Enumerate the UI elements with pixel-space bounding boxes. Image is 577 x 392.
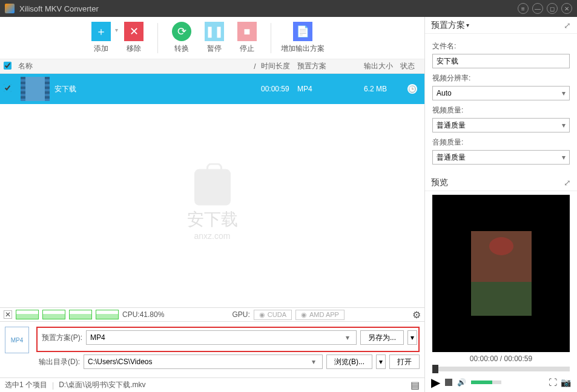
preview-panel-header: 预览 ⤢ bbox=[425, 174, 577, 191]
cuda-button[interactable]: ◉CUDA bbox=[254, 310, 292, 320]
file-list: 安下载 00:00:59 MP4 6.2 MB 🕒 安下载 anxz.com bbox=[0, 74, 424, 307]
video-thumbnail-icon bbox=[21, 77, 50, 101]
expand-preview-icon[interactable]: ⤢ bbox=[564, 178, 571, 188]
preset-panel-header: 预置方案▾ ⤢ bbox=[425, 17, 577, 34]
refresh-icon: ⟳ bbox=[172, 22, 191, 41]
preset-panel: 文件名: 安下载 视频分辨率: Auto▾ 视频质量: 普通质量▾ 音频质量: … bbox=[425, 34, 577, 174]
pause-button[interactable]: ❚❚ 暂停 bbox=[198, 22, 231, 54]
seek-slider[interactable] bbox=[432, 367, 570, 371]
aquality-label: 音频质量: bbox=[432, 137, 570, 148]
add-profile-button[interactable]: 📄 增加输出方案 bbox=[279, 22, 327, 54]
row-name: 安下载 bbox=[54, 84, 261, 94]
col-name[interactable]: 名称 bbox=[16, 61, 249, 71]
document-icon: 📄 bbox=[293, 22, 312, 41]
window-title: Xilisoft MKV Converter bbox=[19, 4, 514, 13]
filename-label: 文件名: bbox=[432, 41, 570, 51]
list-view-icon[interactable]: ▤ bbox=[410, 379, 420, 391]
snapshot-icon[interactable]: 📷 bbox=[561, 377, 571, 387]
plus-icon: ＋ bbox=[91, 22, 111, 41]
menu-button[interactable]: ≡ bbox=[518, 3, 529, 14]
x-icon: ✕ bbox=[124, 22, 143, 41]
preview-frame bbox=[471, 231, 532, 316]
remove-button[interactable]: ✕ 移除 bbox=[117, 22, 150, 54]
gpu-label: GPU: bbox=[232, 310, 249, 319]
col-duration[interactable]: 时间长度 bbox=[261, 61, 297, 71]
row-preset: MP4 bbox=[297, 85, 364, 93]
resolution-label: 视频分辨率: bbox=[432, 73, 570, 83]
cpu-bar: ✕ CPU:41.80% GPU: ◉CUDA ◉AMD APP ⚙ bbox=[0, 307, 424, 322]
preview-controls: ▶ 🔊 ⛶ 📷 bbox=[425, 373, 577, 392]
highlighted-row: 预置方案(P): MP4▾ 另存为... ▾ bbox=[36, 327, 420, 352]
filename-input[interactable]: 安下载 bbox=[432, 54, 570, 68]
save-as-button[interactable]: 另存为... bbox=[360, 330, 404, 345]
col-status[interactable]: 状态 bbox=[400, 61, 424, 71]
resolution-dropdown[interactable]: Auto▾ bbox=[432, 86, 570, 100]
main-toolbar: ＋ 添加 ✕ 移除 ⟳ 转换 ❚❚ 暂停 ■ bbox=[0, 17, 424, 59]
watermark: 安下载 anxz.com bbox=[187, 169, 238, 241]
stop-preview-button[interactable] bbox=[445, 379, 452, 386]
volume-slider[interactable] bbox=[471, 381, 501, 384]
select-all-checkbox[interactable] bbox=[4, 62, 12, 70]
browse-button[interactable]: 浏览(B)... bbox=[326, 354, 372, 369]
row-status: 🕒 bbox=[400, 84, 424, 94]
row-duration: 00:00:59 bbox=[261, 85, 297, 93]
gear-icon[interactable]: ⚙ bbox=[412, 309, 421, 321]
col-preset[interactable]: 预置方案 bbox=[297, 61, 364, 71]
close-cpu-icon[interactable]: ✕ bbox=[4, 310, 12, 319]
preset-dropdown[interactable]: MP4▾ bbox=[86, 330, 357, 345]
fullscreen-icon[interactable]: ⛶ bbox=[549, 377, 557, 387]
output-path-field[interactable]: C:\Users\CS\Videos▾ bbox=[84, 354, 323, 369]
open-button[interactable]: 打开 bbox=[389, 354, 420, 369]
maximize-button[interactable]: ◻ bbox=[547, 3, 558, 14]
app-logo-icon bbox=[5, 4, 15, 13]
cpu-graph-icon bbox=[16, 310, 39, 319]
minimize-button[interactable]: — bbox=[532, 3, 543, 14]
mp4-file-icon: MP4 bbox=[5, 327, 29, 353]
amd-button[interactable]: ◉AMD APP bbox=[295, 310, 345, 320]
cpu-label: CPU:41.80% bbox=[122, 310, 164, 319]
pause-icon: ❚❚ bbox=[205, 22, 224, 41]
col-size[interactable]: 输出大小 bbox=[364, 61, 400, 71]
preset-label: 预置方案(P): bbox=[39, 333, 82, 343]
expand-icon[interactable]: ⤢ bbox=[564, 21, 571, 30]
row-checkbox[interactable] bbox=[4, 84, 12, 92]
output-label: 输出目录(D): bbox=[36, 357, 80, 367]
preview-time: 00:00:00 / 00:00:59 bbox=[425, 352, 577, 365]
vquality-dropdown[interactable]: 普通质量▾ bbox=[432, 118, 570, 132]
row-size: 6.2 MB bbox=[364, 85, 400, 93]
titlebar: Xilisoft MKV Converter ≡ — ◻ ✕ bbox=[0, 0, 577, 17]
add-button[interactable]: ＋ 添加 bbox=[85, 22, 117, 54]
browse-dropdown[interactable]: ▾ bbox=[376, 354, 386, 369]
convert-button[interactable]: ⟳ 转换 bbox=[165, 22, 198, 54]
bottom-panel: MP4 预置方案(P): MP4▾ 另存为... ▾ bbox=[0, 322, 424, 377]
selection-count: 选中1 个项目 bbox=[5, 380, 47, 390]
close-button[interactable]: ✕ bbox=[561, 3, 572, 14]
aquality-dropdown[interactable]: 普通质量▾ bbox=[432, 150, 570, 165]
list-item[interactable]: 安下载 00:00:59 MP4 6.2 MB 🕒 bbox=[0, 74, 424, 104]
file-path: D:\桌面\说明书\安下载.mkv bbox=[59, 380, 145, 390]
volume-icon[interactable]: 🔊 bbox=[457, 378, 466, 387]
play-button[interactable]: ▶ bbox=[431, 375, 440, 390]
statusbar: 选中1 个项目 | D:\桌面\说明书\安下载.mkv ▤ bbox=[0, 377, 424, 392]
save-as-dropdown[interactable]: ▾ bbox=[407, 330, 417, 345]
stop-icon: ■ bbox=[237, 22, 257, 41]
stop-button[interactable]: ■ 停止 bbox=[231, 22, 263, 54]
clock-icon: 🕒 bbox=[407, 84, 417, 94]
preview-viewport[interactable] bbox=[432, 195, 570, 352]
vquality-label: 视频质量: bbox=[432, 105, 570, 116]
list-header: 名称 / 时间长度 预置方案 输出大小 状态 bbox=[0, 59, 424, 74]
